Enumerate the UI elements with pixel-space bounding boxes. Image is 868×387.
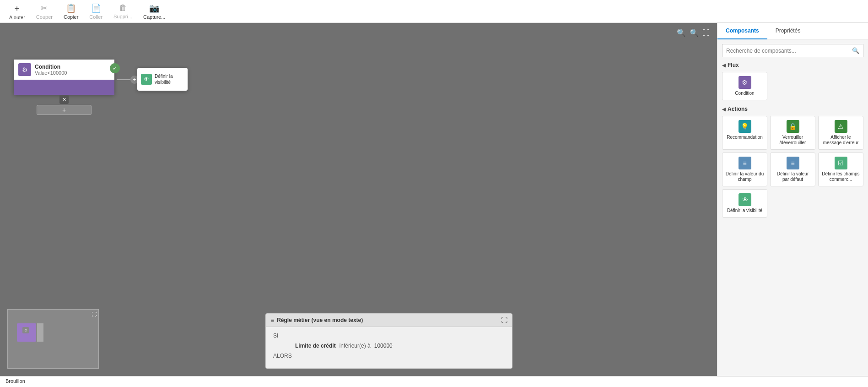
toolbar-paste-button: 📄Coller (86, 1, 106, 22)
tab-composants[interactable]: Composants (717, 23, 767, 39)
rule-panel-body: SI Limite de crédit inférieur(e) à 10000… (266, 327, 512, 368)
define-visibility-icon: 👁 (141, 74, 152, 85)
condition-node-check: ✓ (110, 63, 120, 73)
definir_valeur_champ-comp-label: Définir la valeur du champ (725, 171, 764, 182)
component-recommandation[interactable]: 💡Recommandation (722, 116, 767, 150)
zoom-in-button[interactable]: 🔍 (677, 28, 686, 37)
definir_valeur_champ-comp-icon: ≡ (739, 157, 751, 169)
right-panel-content: 🔍 ◀ Flux ⚙Condition ◀ Actions 💡Recommand… (717, 39, 868, 376)
component-definir_valeur_champ[interactable]: ≡Définir la valeur du champ (722, 153, 767, 186)
mini-map-expand[interactable]: ⛶ (92, 311, 97, 317)
component-definir_valeur_defaut[interactable]: ≡Définir la valeur par défaut (770, 153, 815, 186)
flux-section-header[interactable]: ◀ Flux (722, 62, 863, 68)
recommandation-comp-icon: 💡 (739, 120, 751, 133)
rule-panel-expand-button[interactable]: ⛶ (501, 316, 507, 324)
define-visibility-node[interactable]: 👁 Définir la visibilité (137, 68, 188, 91)
status-label: Brouillon (5, 378, 25, 384)
definir_champs_commerc-comp-label: Définir les champs commerc... (821, 171, 860, 182)
flux-section-label: Flux (728, 62, 739, 68)
paste-icon: 📄 (91, 3, 101, 13)
toolbar-add-button[interactable]: ＋Ajouter (5, 1, 29, 22)
cut-icon: ✂ (41, 3, 48, 13)
actions-section-label: Actions (728, 106, 748, 112)
definir_valeur_defaut-comp-label: Définir la valeur par défaut (773, 171, 812, 182)
search-icon: 🔍 (848, 44, 863, 57)
tab-proprietes[interactable]: Propriétés (767, 23, 809, 39)
mini-map-node (17, 323, 44, 342)
branch-connector: + (117, 76, 139, 84)
fit-screen-button[interactable]: ⛶ (702, 28, 710, 37)
rule-alors-row: ALORS (273, 353, 505, 359)
condition-node[interactable]: ⚙ Condition Value<100000 ✓ ✕ + (14, 60, 114, 95)
condition-node-delete[interactable]: ✕ (59, 95, 69, 104)
rule-field-label: Limite de crédit (295, 343, 336, 349)
verrouiller-comp-icon: 🔒 (787, 120, 799, 133)
condition-node-body (14, 81, 114, 95)
capture-icon: 📷 (149, 3, 159, 13)
actions-section-header[interactable]: ◀ Actions (722, 106, 863, 112)
branch-line (117, 79, 130, 80)
toolbar: ＋Ajouter✂Couper📋Copier📄Coller🗑Suppri...📷… (0, 0, 868, 23)
rule-si-row: SI (273, 332, 505, 339)
right-panel: ComposantsPropriétés 🔍 ◀ Flux ⚙Condition… (717, 23, 868, 376)
component-definir_champs_commerc[interactable]: ☑Définir les champs commerc... (818, 153, 863, 186)
condition-node-title: Condition (35, 64, 67, 70)
component-condition[interactable]: ⚙Condition (722, 72, 767, 100)
delete-icon: 🗑 (119, 3, 127, 13)
zoom-out-button[interactable]: 🔍 (690, 28, 699, 37)
search-input[interactable] (722, 45, 848, 57)
search-box: 🔍 (722, 44, 863, 57)
flux-arrow-icon: ◀ (722, 63, 726, 68)
rule-condition-row: Limite de crédit inférieur(e) à 100000 (273, 343, 505, 349)
definir_visibilite-comp-label: Définir la visibilité (727, 208, 762, 213)
condition-node-add[interactable]: + (37, 105, 92, 115)
condition-node-icon: ⚙ (18, 63, 31, 76)
add-icon: ＋ (13, 3, 21, 14)
recommandation-comp-label: Recommandation (727, 135, 762, 140)
verrouiller-comp-label: Verrouiller /déverrouiller (773, 135, 812, 146)
rule-panel: ≡ Règle métier (vue en mode texte) ⛶ SI … (265, 313, 512, 369)
main-area: 🔍 🔍 ⛶ ⚙ Condition Value<100000 ✓ ✕ + + (0, 23, 868, 376)
condition-comp-label: Condition (735, 91, 754, 96)
rule-alors-label: ALORS (273, 353, 292, 359)
component-definir_visibilite[interactable]: 👁Définir la visibilité (722, 189, 767, 218)
actions-arrow-icon: ◀ (722, 107, 726, 112)
status-bar: Brouillon (0, 376, 868, 387)
component-verrouiller[interactable]: 🔒Verrouiller /déverrouiller (770, 116, 815, 150)
afficher_message-comp-icon: ⚠ (835, 120, 847, 133)
canvas: 🔍 🔍 ⛶ ⚙ Condition Value<100000 ✓ ✕ + + (0, 23, 717, 376)
rule-panel-title-row: ≡ Règle métier (vue en mode texte) (270, 316, 363, 324)
toolbar-cut-button: ✂Couper (32, 1, 56, 22)
rule-panel-title: Règle métier (vue en mode texte) (277, 317, 363, 323)
canvas-controls: 🔍 🔍 ⛶ (677, 28, 710, 37)
copy-icon: 📋 (66, 3, 76, 13)
define-visibility-label: Définir la visibilité (155, 73, 184, 85)
definir_valeur_defaut-comp-icon: ≡ (787, 157, 799, 169)
rule-si-label: SI (273, 332, 291, 339)
flux-grid: ⚙Condition (722, 72, 863, 100)
toolbar-copy-button[interactable]: 📋Copier (60, 1, 82, 22)
definir_visibilite-comp-icon: 👁 (739, 193, 751, 206)
right-panel-tabs: ComposantsPropriétés (717, 23, 868, 39)
condition-comp-icon: ⚙ (739, 76, 751, 89)
mini-map-node-right (37, 323, 43, 342)
rule-panel-header: ≡ Règle métier (vue en mode texte) ⛶ (266, 314, 512, 327)
mini-map-condition-icon: ⚙ (22, 327, 29, 333)
toolbar-delete-button: 🗑Suppri... (110, 1, 136, 21)
condition-node-subtitle: Value<100000 (35, 70, 67, 76)
definir_champs_commerc-comp-icon: ☑ (835, 157, 847, 169)
component-afficher_message[interactable]: ⚠Afficher le message d'erreur (818, 116, 863, 150)
mini-map: ⛶ ⚙ (7, 309, 99, 369)
toolbar-capture-button[interactable]: 📷Capture... (140, 1, 169, 22)
afficher_message-comp-label: Afficher le message d'erreur (821, 135, 860, 146)
rule-operator-label: inférieur(e) à (340, 343, 371, 349)
rule-panel-icon: ≡ (270, 316, 274, 324)
actions-grid: 💡Recommandation🔒Verrouiller /déverrouill… (722, 116, 863, 218)
rule-value-label: 100000 (374, 343, 393, 349)
